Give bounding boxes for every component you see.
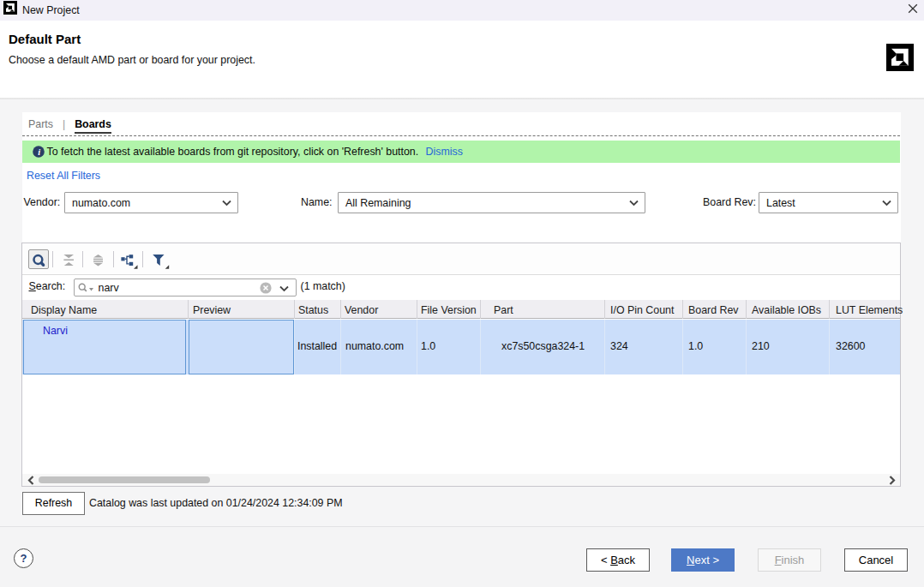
- svg-text:i: i: [38, 147, 40, 157]
